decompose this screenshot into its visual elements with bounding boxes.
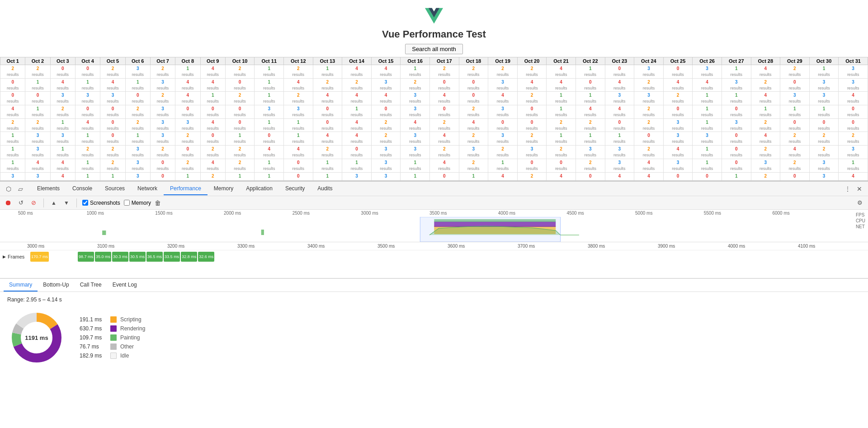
calendar-cell[interactable]: 2results [371, 132, 401, 146]
calendar-cell[interactable]: 3results [605, 159, 634, 172]
memory-checkbox[interactable] [124, 200, 130, 206]
calendar-cell[interactable]: 1results [313, 172, 342, 181]
calendar-cell[interactable]: 0results [75, 105, 100, 119]
calendar-cell[interactable]: 1results [255, 78, 284, 92]
calendar-cell[interactable]: 1results [809, 65, 839, 79]
calendar-cell[interactable]: 0results [255, 132, 284, 146]
calendar-cell[interactable]: 1results [284, 132, 313, 146]
tab-bottom-up[interactable]: Bottom-Up [38, 279, 74, 292]
screenshots-checkbox-label[interactable]: Screenshots [82, 200, 120, 206]
calendar-cell[interactable]: 0results [780, 78, 810, 92]
calendar-cell[interactable]: 0results [100, 118, 125, 132]
calendar-cell[interactable]: 4results [751, 65, 780, 79]
tab-summary[interactable]: Summary [4, 279, 38, 292]
calendar-cell[interactable]: 3results [809, 78, 839, 92]
calendar-cell[interactable]: 4results [517, 78, 547, 92]
calendar-cell[interactable]: 4results [175, 92, 200, 105]
calendar-cell[interactable]: 1results [125, 132, 150, 146]
calendar-cell[interactable]: 3results [488, 132, 518, 146]
calendar-cell[interactable]: 0results [313, 118, 342, 132]
calendar-cell[interactable]: 1results [693, 105, 722, 119]
calendar-cell[interactable]: 2results [175, 132, 200, 146]
calendar-cell[interactable]: 3results [50, 132, 75, 146]
calendar-cell[interactable]: 2results [839, 132, 868, 146]
calendar-cell[interactable]: 3results [342, 172, 372, 181]
calendar-cell[interactable]: 0results [576, 172, 605, 181]
calendar-cell[interactable]: 2results [225, 146, 255, 159]
calendar-cell[interactable]: 1results [255, 92, 284, 105]
calendar-cell[interactable]: 4results [200, 78, 225, 92]
calendar-cell[interactable]: 1results [75, 172, 100, 181]
calendar-cell[interactable]: 1results [342, 159, 372, 172]
calendar-cell[interactable]: 2results [809, 132, 839, 146]
calendar-cell[interactable]: 0results [100, 105, 125, 119]
calendar-cell[interactable]: 0results [429, 172, 459, 181]
calendar-cell[interactable]: 4results [488, 92, 518, 105]
calendar-cell[interactable]: 3results [150, 78, 175, 92]
calendar-cell[interactable]: 3results [0, 172, 25, 181]
calendar-cell[interactable]: 3results [809, 172, 839, 181]
calendar-cell[interactable]: 4results [839, 172, 868, 181]
calendar-cell[interactable]: 0results [225, 118, 255, 132]
calendar-cell[interactable]: 2results [50, 105, 75, 119]
devtools-tab-audits[interactable]: Audits [311, 183, 339, 195]
close-devtools-button[interactable]: ✕ [854, 184, 864, 194]
calendar-cell[interactable]: 0results [663, 65, 693, 79]
calendar-cell[interactable]: 1results [313, 65, 342, 79]
calendar-cell[interactable]: 3results [401, 105, 430, 119]
calendar-cell[interactable]: 3results [663, 159, 693, 172]
calendar-cell[interactable]: 3results [100, 92, 125, 105]
calendar-cell[interactable]: 1results [576, 132, 605, 146]
calendar-cell[interactable]: 2results [809, 146, 839, 159]
calendar-cell[interactable]: 3results [255, 105, 284, 119]
device-toolbar-button[interactable]: ▱ [15, 184, 25, 194]
calendar-cell[interactable]: 3results [371, 172, 401, 181]
calendar-cell[interactable]: 4results [100, 78, 125, 92]
calendar-cell[interactable]: 4results [284, 78, 313, 92]
calendar-cell[interactable]: 2results [488, 65, 518, 79]
calendar-cell[interactable]: 4results [605, 172, 634, 181]
calendar-cell[interactable]: 4results [50, 78, 75, 92]
calendar-cell[interactable]: 3results [605, 146, 634, 159]
calendar-cell[interactable]: 1results [693, 146, 722, 159]
calendar-cell[interactable]: 2results [150, 92, 175, 105]
calendar-cell[interactable]: 0results [780, 118, 810, 132]
clear-button[interactable]: 🗑 [155, 199, 161, 207]
calendar-cell[interactable]: 3results [634, 65, 664, 79]
calendar-cell[interactable]: 4results [75, 118, 100, 132]
calendar-cell[interactable]: 2results [576, 159, 605, 172]
calendar-cell[interactable]: 1results [576, 92, 605, 105]
calendar-cell[interactable]: 4results [313, 132, 342, 146]
calendar-cell[interactable]: 3results [401, 146, 430, 159]
devtools-tab-security[interactable]: Security [279, 183, 311, 195]
calendar-cell[interactable]: 4results [429, 92, 459, 105]
calendar-cell[interactable]: 1results [75, 132, 100, 146]
calendar-cell[interactable]: 0results [722, 146, 751, 159]
calendar-cell[interactable]: 3results [150, 118, 175, 132]
calendar-cell[interactable]: 2results [547, 118, 576, 132]
calendar-cell[interactable]: 2results [547, 146, 576, 159]
calendar-cell[interactable]: 3results [125, 172, 150, 181]
calendar-cell[interactable]: 2results [225, 92, 255, 105]
calendar-cell[interactable]: 2results [313, 146, 342, 159]
calendar-cell[interactable]: 3results [751, 159, 780, 172]
record-button[interactable]: ⏺ [4, 198, 13, 207]
settings-button[interactable]: ⚙ [855, 198, 864, 207]
calendar-cell[interactable]: 2results [751, 146, 780, 159]
calendar-cell[interactable]: 2results [25, 65, 50, 79]
calendar-cell[interactable]: 0results [150, 159, 175, 172]
calendar-cell[interactable]: 0results [225, 105, 255, 119]
calendar-cell[interactable]: 3results [401, 92, 430, 105]
calendar-cell[interactable]: 3results [839, 146, 868, 159]
calendar-cell[interactable]: 1results [401, 159, 430, 172]
calendar-cell[interactable]: 1results [0, 159, 25, 172]
calendar-cell[interactable]: 1results [605, 132, 634, 146]
calendar-cell[interactable]: 1results [75, 159, 100, 172]
calendar-cell[interactable]: 0results [25, 92, 50, 105]
calendar-cell[interactable]: 4results [780, 146, 810, 159]
calendar-cell[interactable]: 2results [429, 146, 459, 159]
devtools-tab-performance[interactable]: Performance [164, 183, 208, 195]
calendar-cell[interactable]: 4results [175, 78, 200, 92]
calendar-cell[interactable]: 4results [200, 159, 225, 172]
calendar-cell[interactable]: 0results [429, 78, 459, 92]
